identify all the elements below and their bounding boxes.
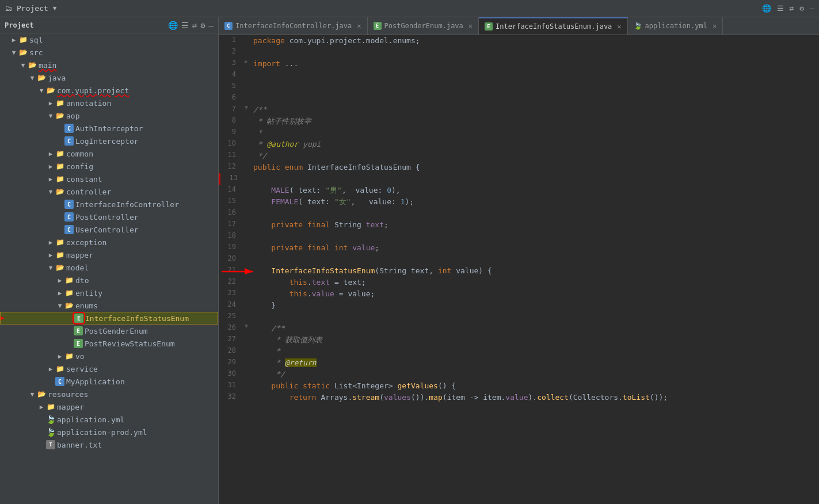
- arrow-vo[interactable]: [55, 353, 64, 360]
- tab-close-iic[interactable]: ✕: [357, 22, 361, 30]
- label-prse: PostReviewStatusEnum: [85, 339, 175, 348]
- tree-item-pge[interactable]: E PostGenderEnum: [0, 324, 218, 337]
- tree-item-userctrl[interactable]: C UserController: [0, 223, 218, 236]
- line-num-22: 22: [219, 277, 242, 285]
- tree-item-mapper2[interactable]: 📁 mapper: [0, 400, 218, 413]
- tree-item-appprod[interactable]: 🍃 application-prod.yml: [0, 426, 218, 438]
- arrow-exception[interactable]: [46, 239, 55, 246]
- tree-item-log[interactable]: C LogInterceptor: [0, 135, 218, 147]
- gutter-3: ▶: [242, 58, 251, 64]
- globe-icon2[interactable]: 🌐: [168, 21, 178, 30]
- file-icon-appyml: 🍃: [46, 415, 55, 424]
- arrow-constant[interactable]: [46, 175, 55, 183]
- arrow-entity[interactable]: [55, 289, 64, 297]
- folder-icon-vo: 📁: [64, 352, 74, 361]
- folder-icon-config: 📁: [55, 162, 64, 171]
- arrow-main[interactable]: [18, 62, 28, 69]
- tree-item-controller[interactable]: 📂 controller: [0, 185, 218, 198]
- tree-item-banner[interactable]: T banner.txt: [0, 438, 218, 451]
- arrow-mapper[interactable]: [46, 251, 55, 259]
- folder-icon-exception: 📁: [55, 238, 64, 247]
- tree-item-appyml[interactable]: 🍃 application.yml: [0, 413, 218, 426]
- line-content-13: [253, 173, 260, 185]
- arrow-controller[interactable]: [46, 188, 55, 196]
- arrow-resources[interactable]: [28, 391, 37, 398]
- tree-item-enums[interactable]: 📂 enums: [0, 299, 218, 312]
- tree-item-resources[interactable]: 📂 resources: [0, 388, 218, 400]
- code-editor[interactable]: 1 package com.yupi.project.model.enums; …: [219, 35, 819, 504]
- settings-icon[interactable]: ⚙: [799, 4, 804, 13]
- tab-iic[interactable]: C InterfaceInfoController.java ✕: [219, 17, 368, 35]
- minimize-icon[interactable]: —: [810, 4, 814, 13]
- label-annotation: annotation: [66, 99, 111, 108]
- tree-item-dto[interactable]: 📁 dto: [0, 274, 218, 287]
- arrow-common[interactable]: [46, 150, 55, 158]
- arrow-config[interactable]: [46, 163, 55, 170]
- tree-item-vo[interactable]: 📁 vo: [0, 350, 218, 362]
- line-content-14: MALE( text: "男", value: 0),: [251, 185, 401, 196]
- tree-item-postctrl[interactable]: C PostController: [0, 211, 218, 223]
- tree-item-service[interactable]: 📁 service: [0, 362, 218, 375]
- arrow-service[interactable]: [46, 365, 55, 373]
- line-content-3: import ...: [251, 58, 298, 70]
- sort-icon[interactable]: ⇄: [192, 21, 197, 30]
- tree-item-exception[interactable]: 📁 exception: [0, 236, 218, 249]
- arrow-model[interactable]: [46, 264, 55, 272]
- align-icon[interactable]: ☰: [181, 21, 189, 30]
- tree-item-annotation[interactable]: 📁 annotation: [0, 97, 218, 109]
- globe-icon[interactable]: 🌐: [762, 4, 771, 13]
- gear-icon[interactable]: ⚙: [200, 21, 205, 30]
- line-content-7: /**: [251, 104, 266, 116]
- tab-iise[interactable]: E InterfaceInfoStatusEnum.java ✕: [479, 17, 628, 35]
- line-num-6: 6: [219, 93, 242, 101]
- main-area: Project 🌐 ☰ ⇄ ⚙ — 📁 sql 📂: [0, 17, 819, 504]
- tree-item-constant[interactable]: 📁 constant: [0, 173, 218, 185]
- label-auth: AuthInterceptor: [75, 124, 143, 133]
- line-num-28: 28: [219, 346, 242, 354]
- tree-item-aop[interactable]: 📂 aop: [0, 109, 218, 122]
- tab-close-iise[interactable]: ✕: [617, 22, 621, 30]
- arrow-java[interactable]: [28, 74, 37, 82]
- arrow-aop[interactable]: [46, 112, 55, 120]
- tree-item-mapper[interactable]: 📁 mapper: [0, 249, 218, 261]
- list-icon[interactable]: ☰: [777, 4, 784, 13]
- folder-icon-mapper2: 📁: [46, 402, 55, 411]
- arrow-sql[interactable]: [9, 36, 18, 44]
- arrow-com[interactable]: [37, 87, 46, 94]
- arrow-src[interactable]: [9, 49, 18, 56]
- tree-item-config[interactable]: 📁 config: [0, 160, 218, 173]
- line-num-17: 17: [219, 219, 242, 228]
- swap-icon[interactable]: ⇄: [790, 4, 794, 13]
- fold-icon-3[interactable]: ▶: [245, 58, 248, 64]
- minus-icon[interactable]: —: [209, 21, 214, 30]
- arrow-dto[interactable]: [55, 277, 64, 284]
- tree-item-myapp[interactable]: C MyApplication: [0, 375, 218, 388]
- tab-pge[interactable]: E PostGenderEnum.java ✕: [368, 17, 479, 35]
- label-constant: constant: [66, 175, 102, 184]
- line-num-8: 8: [219, 116, 242, 124]
- arrow-mapper2[interactable]: [37, 403, 46, 411]
- tree-item-iise[interactable]: ➤ E InterfaceInfoStatusEnum: [0, 312, 218, 324]
- tree-item-iic[interactable]: C InterfaceInfoController: [0, 198, 218, 211]
- dropdown-arrow[interactable]: ▼: [53, 5, 57, 12]
- tab-close-yml[interactable]: ✕: [713, 22, 717, 30]
- tree-item-prse[interactable]: E PostReviewStatusEnum: [0, 337, 218, 350]
- folder-icon-entity: 📁: [64, 288, 74, 297]
- arrow-annotation[interactable]: [46, 100, 55, 107]
- tree-item-entity[interactable]: 📁 entity: [0, 287, 218, 299]
- line-content-30: */: [251, 369, 285, 380]
- tree-item-model[interactable]: 📂 model: [0, 261, 218, 274]
- tree-item-sql[interactable]: 📁 sql: [0, 33, 218, 46]
- tree-item-com[interactable]: 📂 com.yupi.project: [0, 84, 218, 97]
- tree-item-main[interactable]: 📂 main: [0, 59, 218, 71]
- fold-icon-26[interactable]: ▼: [245, 323, 248, 329]
- tree-item-src[interactable]: 📂 src: [0, 46, 218, 59]
- arrow-enums[interactable]: [55, 302, 64, 310]
- tree-item-java[interactable]: 📂 java: [0, 71, 218, 84]
- tree-item-auth[interactable]: C AuthInterceptor: [0, 122, 218, 135]
- file-icon-prse: E: [74, 339, 83, 348]
- tab-yml[interactable]: 🍃 application.yml ✕: [628, 17, 723, 35]
- tree-item-common[interactable]: 📁 common: [0, 147, 218, 160]
- tab-close-pge[interactable]: ✕: [468, 22, 473, 30]
- fold-icon-7[interactable]: ▼: [245, 104, 248, 110]
